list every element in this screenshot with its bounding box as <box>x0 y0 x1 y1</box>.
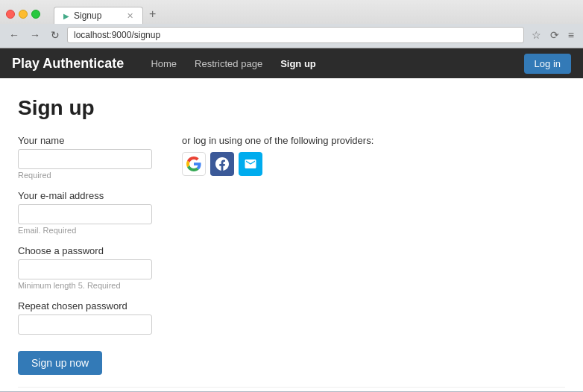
navbar-brand[interactable]: Play Authenticate <box>12 56 124 72</box>
back-button[interactable]: ← <box>6 28 22 42</box>
forward-button[interactable]: → <box>27 28 43 42</box>
close-button[interactable] <box>6 10 15 19</box>
signup-button[interactable]: Sign up now <box>18 351 102 375</box>
password-label: Choose a password <box>18 245 152 256</box>
navbar-links: Home Restricted page Sign up <box>142 51 523 77</box>
nav-home[interactable]: Home <box>142 51 186 77</box>
tab-icon: ▶ <box>63 12 69 20</box>
password-group: Choose a password Minimum length 5. Requ… <box>18 245 152 290</box>
name-input[interactable] <box>18 149 152 169</box>
tab-bar: ▶ Signup ✕ + <box>54 4 162 24</box>
nav-restricted[interactable]: Restricted page <box>186 51 271 77</box>
form-section: Your name Required Your e-mail address E… <box>18 135 565 375</box>
menu-icon[interactable]: ≡ <box>565 28 577 42</box>
footer: © 2012 Play Authenticate. Licensed under… <box>18 387 565 391</box>
refresh-icon[interactable]: ⟳ <box>547 28 562 42</box>
traffic-lights <box>6 10 40 19</box>
password-hint: Minimum length 5. Required <box>18 281 152 290</box>
address-bar: ← → ↻ ☆ ⟳ ≡ <box>0 24 583 48</box>
twitter-provider-button[interactable] <box>239 152 262 176</box>
password-input[interactable] <box>18 259 152 279</box>
repeat-password-group: Repeat chosen password <box>18 300 152 335</box>
email-label: Your e-mail address <box>18 190 152 201</box>
navbar-right: Log in <box>524 54 571 74</box>
toolbar-icons: ☆ ⟳ ≡ <box>529 28 577 42</box>
email-hint: Email. Required <box>18 226 152 235</box>
nav-signup[interactable]: Sign up <box>271 51 325 77</box>
main-content: Sign up Your name Required Your e-mail a… <box>0 78 583 391</box>
name-hint: Required <box>18 171 152 180</box>
browser-chrome: ▶ Signup ✕ + ← → ↻ ☆ ⟳ ≡ <box>0 0 583 48</box>
maximize-button[interactable] <box>31 10 40 19</box>
login-button[interactable]: Log in <box>524 54 571 74</box>
google-icon <box>186 157 201 171</box>
facebook-icon <box>215 157 229 171</box>
minimize-button[interactable] <box>19 10 28 19</box>
email-input[interactable] <box>18 204 152 224</box>
reload-button[interactable]: ↻ <box>48 28 63 42</box>
provider-icons <box>182 152 374 176</box>
form-right: or log in using one of the following pro… <box>182 135 374 375</box>
tab-title: Signup <box>74 10 101 21</box>
bookmark-icon[interactable]: ☆ <box>529 28 544 42</box>
page-title: Sign up <box>18 96 565 120</box>
twitter-icon <box>244 157 257 171</box>
name-group: Your name Required <box>18 135 152 180</box>
title-bar: ▶ Signup ✕ + <box>0 0 583 24</box>
form-left: Your name Required Your e-mail address E… <box>18 135 152 375</box>
email-group: Your e-mail address Email. Required <box>18 190 152 235</box>
repeat-password-input[interactable] <box>18 314 152 335</box>
new-tab-button[interactable]: + <box>143 4 162 24</box>
tab-close-icon[interactable]: ✕ <box>127 11 133 21</box>
active-tab[interactable]: ▶ Signup ✕ <box>54 7 143 24</box>
name-label: Your name <box>18 135 152 146</box>
app-container: Play Authenticate Home Restricted page S… <box>0 48 583 391</box>
social-heading: or log in using one of the following pro… <box>182 135 374 146</box>
repeat-password-label: Repeat chosen password <box>18 300 152 312</box>
navbar: Play Authenticate Home Restricted page S… <box>0 48 583 78</box>
facebook-provider-button[interactable] <box>210 152 234 176</box>
address-input[interactable] <box>67 27 524 43</box>
google-provider-button[interactable] <box>182 152 206 176</box>
